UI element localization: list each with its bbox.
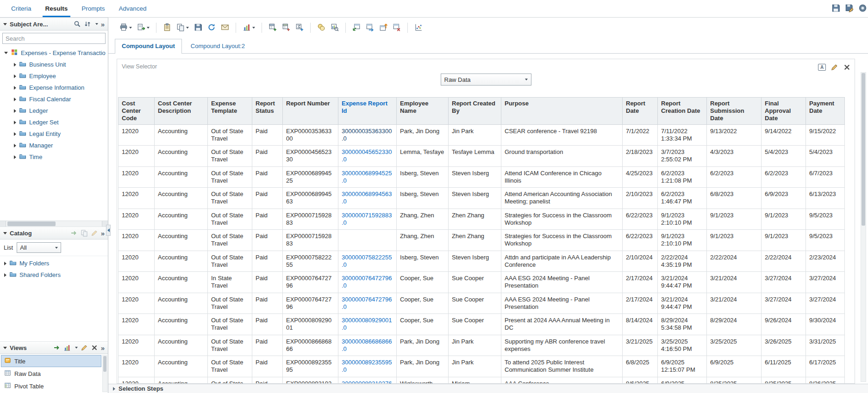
tab-results[interactable]: Results (45, 0, 68, 17)
chart-zoom-button[interactable] (330, 22, 340, 34)
new-calculated-item-button[interactable] (294, 22, 305, 34)
expense-report-id-link[interactable]: 300000086686866.0 (342, 338, 392, 352)
view-item-pivot-table[interactable]: Pivot Table (1, 380, 101, 392)
import-formatting-button[interactable] (351, 22, 362, 34)
expense-report-id-link[interactable]: 300000035363300.0 (342, 128, 392, 142)
subject-areas-menu-icon[interactable]: » (101, 21, 105, 28)
collapse-icon[interactable] (4, 262, 6, 265)
catalog-list-dropdown[interactable]: All (17, 242, 61, 253)
main-vertical-scrollbar[interactable] (861, 72, 866, 382)
sort-caret-icon[interactable] (95, 23, 98, 25)
print-button[interactable] (119, 22, 133, 34)
expense-report-id-link[interactable]: 300000080929001.0 (342, 317, 392, 331)
selection-steps-toggle-button[interactable] (413, 22, 424, 34)
catalog-edit-icon[interactable] (91, 229, 98, 237)
new-view-caret-icon[interactable] (75, 347, 78, 349)
subject-folder-manager[interactable]: Manager (0, 140, 108, 151)
collapse-icon[interactable] (14, 155, 16, 159)
expense-report-id-link[interactable]: 300000068994563.0 (342, 190, 392, 205)
collapse-icon[interactable] (14, 86, 16, 90)
subject-folder-legal-entity[interactable]: Legal Entity (0, 128, 108, 140)
vscroll-thumb[interactable] (862, 73, 865, 226)
collapse-icon[interactable] (14, 74, 16, 78)
hscroll-left-icon[interactable] (0, 221, 6, 227)
subject-folder-business-unit[interactable]: Business Unit (0, 59, 108, 70)
save-icon[interactable] (831, 4, 840, 12)
embed-button[interactable] (193, 22, 203, 34)
views-scrollbar[interactable] (102, 355, 107, 392)
subject-folder-expense-information[interactable]: Expense Information (0, 82, 108, 93)
expand-icon[interactable] (4, 52, 8, 54)
collapse-icon[interactable] (4, 273, 6, 277)
subject-area-root[interactable]: Expenses - Expense Transactio (0, 47, 108, 59)
collapse-icon[interactable] (14, 144, 16, 147)
clear-formatting-button[interactable] (392, 22, 402, 34)
panel-collapse-icon[interactable] (3, 23, 7, 25)
expense-report-id-link[interactable]: 300000075822255.0 (342, 254, 392, 268)
expense-report-id-link[interactable]: 300000089310276.0 (342, 380, 392, 384)
selection-steps-bar[interactable]: Selection Steps (108, 384, 868, 393)
expense-report-id-link[interactable]: 300000045652330.0 (342, 148, 392, 163)
expense-report-id-link[interactable]: 300000076472796.0 (342, 275, 392, 289)
catalog-copy-icon[interactable] (81, 229, 88, 237)
expand-icon[interactable] (113, 387, 115, 391)
column-header-expense-report-id[interactable]: Expense Report Id (338, 98, 397, 125)
expense-report-id-link[interactable]: 300000089235595.0 (342, 359, 392, 373)
tab-prompts[interactable]: Prompts (81, 0, 105, 17)
sort-icon[interactable] (84, 20, 91, 28)
collapse-icon[interactable] (14, 121, 16, 124)
remove-view-icon[interactable] (91, 344, 98, 351)
view-item-raw-data[interactable]: Raw Data (1, 368, 101, 380)
new-calculated-measure-button[interactable] (268, 22, 278, 34)
layout-tab-2[interactable]: Compound Layout:2 (184, 39, 252, 53)
catalog-folder-my-folders[interactable]: My Folders (0, 258, 108, 269)
schedule-button[interactable] (162, 22, 172, 34)
subject-folder-fiscal-calendar[interactable]: Fiscal Calendar (0, 93, 108, 105)
catalog-open-icon[interactable] (70, 229, 78, 237)
views-menu-icon[interactable]: » (101, 344, 105, 351)
expense-report-id-link[interactable]: 300000076472796.0 (342, 296, 392, 310)
remove-view-from-layout-icon[interactable] (843, 63, 851, 71)
new-group-button[interactable] (281, 22, 291, 34)
paste-formatting-button[interactable] (378, 22, 388, 34)
subject-folder-time[interactable]: Time (0, 151, 108, 163)
session-icon[interactable] (858, 4, 867, 12)
currency-options-button[interactable] (316, 22, 326, 34)
export-button[interactable] (136, 22, 150, 34)
collapse-icon[interactable] (14, 98, 16, 101)
subject-folder-ledger-set[interactable]: Ledger Set (0, 117, 108, 128)
collapse-icon[interactable] (14, 132, 16, 136)
format-container-icon[interactable]: A (818, 64, 826, 71)
mail-button[interactable] (220, 22, 230, 34)
view-item-title[interactable]: Title (1, 355, 101, 367)
search-icon[interactable] (74, 20, 81, 28)
expense-report-id-link[interactable]: 300000071592883.0 (342, 212, 392, 226)
hscroll-thumb[interactable] (7, 221, 56, 226)
catalog-menu-icon[interactable]: » (101, 230, 105, 237)
edit-view-icon[interactable] (831, 63, 838, 71)
copy-button[interactable] (175, 22, 190, 34)
catalog-folder-shared-folders[interactable]: Shared Folders (0, 269, 108, 281)
new-view-button[interactable] (242, 22, 256, 34)
panel-collapse-icon[interactable] (3, 232, 7, 234)
edit-view-icon[interactable] (81, 344, 88, 351)
tab-advanced[interactable]: Advanced (119, 0, 147, 17)
refresh-button[interactable] (206, 22, 217, 34)
panel-collapse-icon[interactable] (3, 347, 7, 349)
collapse-icon[interactable] (14, 109, 16, 113)
sidebar-collapse-handle[interactable] (106, 225, 111, 236)
collapse-icon[interactable] (14, 63, 16, 67)
subject-folder-employee[interactable]: Employee (0, 70, 108, 82)
layout-tab-1[interactable]: Compound Layout (115, 39, 182, 54)
search-input[interactable] (2, 33, 106, 44)
save-as-icon[interactable] (845, 4, 854, 12)
subject-folder-ledger[interactable]: Ledger (0, 105, 108, 117)
folder-icon (19, 83, 26, 92)
copy-formatting-button[interactable] (365, 22, 375, 34)
add-view-to-layout-icon[interactable] (53, 344, 61, 351)
expense-report-id-link[interactable]: 300000068994525.0 (342, 170, 392, 184)
view-selector-dropdown[interactable]: Raw Data (441, 74, 531, 86)
subject-areas-hscrollbar[interactable] (0, 221, 108, 227)
new-view-icon[interactable] (63, 344, 71, 351)
tab-criteria[interactable]: Criteria (11, 0, 31, 17)
